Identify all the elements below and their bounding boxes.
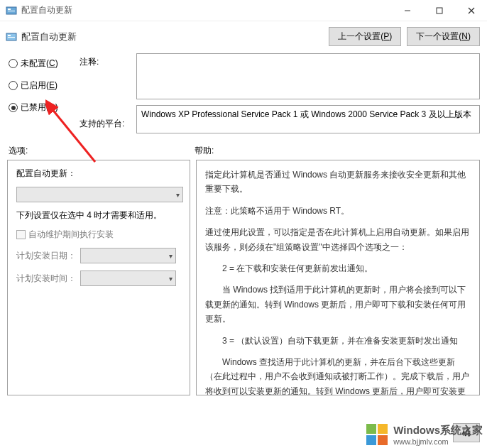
options-note: 下列设置仅在选中 4 时才需要和适用。 xyxy=(16,209,181,222)
policy-icon xyxy=(6,31,17,43)
options-title: 配置自动更新： xyxy=(16,168,181,180)
radio-disabled[interactable]: 已禁用(D) xyxy=(9,102,72,114)
radio-not-configured[interactable]: 未配置(C) xyxy=(9,58,72,70)
options-pane: 配置自动更新： ▾ 下列设置仅在选中 4 时才需要和适用。 自动维护期间执行安装… xyxy=(7,160,190,395)
svg-rect-2 xyxy=(8,11,15,11)
install-date-select[interactable]: ▾ xyxy=(80,248,176,263)
radio-circle-icon xyxy=(9,81,18,90)
help-p1: 指定此计算机是否通过 Windows 自动更新服务来接收安全更新和其他重要下载。 xyxy=(205,168,471,197)
comment-textarea[interactable] xyxy=(136,53,480,99)
radio-enabled[interactable]: 已启用(E) xyxy=(9,80,72,92)
svg-rect-1 xyxy=(8,9,11,10)
install-date-label: 计划安装日期： xyxy=(16,250,76,262)
svg-rect-9 xyxy=(8,37,15,38)
app-icon xyxy=(6,5,17,16)
help-pane[interactable]: 指定此计算机是否通过 Windows 自动更新服务来接收安全更新和其他重要下载。… xyxy=(196,160,480,395)
radio-circle-checked-icon xyxy=(9,103,18,112)
install-time-select[interactable]: ▾ xyxy=(80,271,176,286)
ok-button-text: 确 xyxy=(462,427,471,437)
next-button-close: ) xyxy=(468,31,471,41)
minimize-button[interactable] xyxy=(391,0,423,21)
supported-platforms-label: 支持的平台: xyxy=(80,118,129,130)
ok-button[interactable]: 确 xyxy=(453,423,480,442)
radio-enabled-label: 已启用(E) xyxy=(21,80,58,92)
chevron-down-icon: ▾ xyxy=(169,252,173,260)
chevron-down-icon: ▾ xyxy=(169,275,173,283)
help-p5: 当 Windows 找到适用于此计算机的更新时，用户将会接到可以下载更新的通知。… xyxy=(205,283,471,326)
config-select[interactable]: ▾ xyxy=(16,187,183,202)
help-p2: 注意：此策略不适用于 Windows RT。 xyxy=(205,204,471,218)
next-button-text: 下一个设置( xyxy=(416,31,461,41)
previous-setting-button[interactable]: 上一个设置(P) xyxy=(329,27,401,46)
window-title: 配置自动更新 xyxy=(21,4,391,16)
radio-circle-icon xyxy=(9,59,18,68)
maintenance-checkbox-label: 自动维护期间执行安装 xyxy=(28,229,114,241)
help-p6: 3 = （默认设置）自动下载更新，并在准备安装更新时发出通知 xyxy=(205,334,471,348)
page-title: 配置自动更新 xyxy=(21,31,323,43)
help-p3: 通过使用此设置，可以指定是否在此计算机上启用自动更新。如果启用该服务，则必须在"… xyxy=(205,225,471,254)
install-time-label: 计划安装时间： xyxy=(16,273,76,285)
prev-button-close: ) xyxy=(389,31,392,41)
comment-label: 注释: xyxy=(80,56,129,68)
radio-not-configured-label: 未配置(C) xyxy=(21,58,58,70)
maintenance-checkbox-row[interactable]: 自动维护期间执行安装 xyxy=(16,229,181,241)
prev-button-text: 上一个设置( xyxy=(338,31,383,41)
help-p4: 2 = 在下载和安装任何更新前发出通知。 xyxy=(205,261,471,275)
options-section-label: 选项: xyxy=(9,145,195,157)
radio-disabled-label: 已禁用(D) xyxy=(21,102,58,114)
svg-rect-4 xyxy=(437,8,442,13)
next-setting-button[interactable]: 下一个设置(N) xyxy=(407,27,480,46)
svg-rect-8 xyxy=(8,35,11,36)
maximize-button[interactable] xyxy=(423,0,455,21)
supported-platforms-text: Windows XP Professional Service Pack 1 或… xyxy=(136,105,480,133)
close-button[interactable] xyxy=(455,0,487,21)
chevron-down-icon: ▾ xyxy=(176,191,180,199)
help-section-label: 帮助: xyxy=(195,145,480,157)
next-button-key: N xyxy=(461,31,468,41)
checkbox-icon xyxy=(16,230,26,239)
help-p7: Windows 查找适用于此计算机的更新，并在后台下载这些更新（在此过程中，用户… xyxy=(205,355,471,395)
